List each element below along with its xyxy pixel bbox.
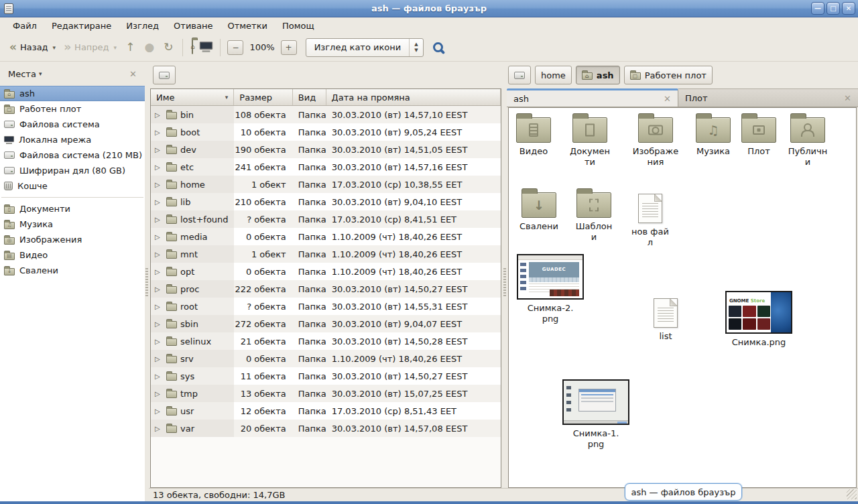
expander-icon[interactable]: ▷	[155, 181, 163, 188]
expander-icon[interactable]: ▷	[155, 407, 163, 415]
file-icon-snimka-1[interactable]: Снимка-1.png	[562, 379, 629, 450]
file-icon-new-file[interactable]: нов файл	[630, 194, 670, 249]
table-row-boot[interactable]: ▷boot10 обектаПапка30.03.2010 (вт) 9,05,…	[151, 123, 501, 141]
view-mode-select[interactable]: Изглед като икони ▲▼	[306, 38, 424, 57]
minimize-button[interactable]: —	[811, 2, 824, 15]
expander-icon[interactable]: ▷	[155, 129, 163, 136]
expander-icon[interactable]: ▷	[155, 233, 163, 241]
file-icon-images[interactable]: Изображения	[635, 117, 676, 168]
table-row-home[interactable]: ▷home1 обектПапка17.03.2010 (ср) 10,38,5…	[151, 176, 501, 193]
table-row-media[interactable]: ▷media0 обектаПапка1.10.2009 (чт) 18,40,…	[151, 228, 501, 245]
sidebar-item-Файлова система[interactable]: Файлова система	[0, 117, 145, 132]
sidebar-item-Изображения[interactable]: ◎Изображения	[0, 232, 145, 247]
file-icon-snimka[interactable]: GNOME StoreСнимка.png	[725, 291, 792, 348]
file-icon-templates[interactable]: Шаблони	[574, 192, 614, 243]
breadcrumb-button-Работен плот[interactable]: ▢Работен плот	[624, 66, 713, 84]
menu-item-Файл[interactable]: Файл	[7, 19, 43, 32]
sidebar-item-Файлова система (210 MB)[interactable]: Файлова система (210 MB)	[0, 147, 145, 163]
table-row-tmp[interactable]: ▷tmp13 обектаПапка30.03.2010 (вт) 15,07,…	[151, 385, 501, 402]
expander-icon[interactable]: ▷	[155, 338, 163, 345]
sidebar-item-ash[interactable]: ⌂ash	[0, 86, 145, 101]
file-icon-videos[interactable]: Видео	[513, 117, 554, 157]
stop-button[interactable]: ●	[139, 39, 159, 56]
table-row-lost+found[interactable]: ▷lost+found? обектаПапка17.03.2010 (ср) …	[151, 210, 501, 228]
zoom-in-button[interactable]: +	[281, 40, 297, 55]
maximize-button[interactable]: □	[826, 2, 840, 15]
menu-item-Помощ[interactable]: Помощ	[276, 19, 320, 32]
back-button[interactable]: « Назад ▾	[5, 39, 60, 56]
sidebar-item-Кошче[interactable]: Кошче	[0, 178, 145, 194]
file-icon-downloads[interactable]: ↓Свалени	[519, 192, 559, 232]
sidebar-item-Свалени[interactable]: ↓Свалени	[0, 263, 145, 278]
table-row-var[interactable]: ▷var20 обектаПапка30.03.2010 (вт) 14,57,…	[151, 420, 501, 437]
column-header-Размер[interactable]: Размер	[234, 89, 293, 105]
menu-item-Отиване[interactable]: Отиване	[168, 19, 219, 32]
expander-icon[interactable]: ▷	[155, 320, 163, 328]
expander-icon[interactable]: ▷	[155, 303, 163, 310]
expander-icon[interactable]: ▷	[155, 251, 163, 258]
expander-icon[interactable]: ▷	[155, 216, 163, 223]
breadcrumb-button-home[interactable]: home	[535, 66, 572, 84]
expander-icon[interactable]: ▷	[155, 425, 163, 432]
sidebar-item-Шифриран дял (80 GB)[interactable]: Шифриран дял (80 GB)	[0, 163, 145, 178]
forward-history-chevron-icon[interactable]: ▾	[114, 44, 117, 51]
tab-ash[interactable]: ash✕	[507, 88, 678, 107]
sidebar-close-icon[interactable]: ✕	[127, 68, 139, 80]
expander-icon[interactable]: ▷	[155, 146, 163, 153]
file-icon-snimka-2[interactable]: GUADECСнимка-2.png	[517, 254, 584, 325]
table-row-opt[interactable]: ▷opt0 обектаПапка1.10.2009 (чт) 18,40,26…	[151, 263, 501, 280]
reload-button[interactable]: ↻	[159, 39, 178, 56]
expander-icon[interactable]: ▷	[155, 373, 163, 380]
table-row-lib[interactable]: ▷lib210 обектаПапка30.03.2010 (вт) 9,04,…	[151, 193, 501, 210]
file-icon-music[interactable]: ♫Музика	[693, 117, 733, 157]
back-history-chevron-icon[interactable]: ▾	[53, 44, 56, 51]
view-mode-spinner-icon[interactable]: ▲▼	[410, 42, 422, 53]
table-row-usr[interactable]: ▷usr12 обектаПапка17.03.2010 (ср) 8,51,4…	[151, 402, 501, 420]
sidebar-item-Музика[interactable]: ♫Музика	[0, 216, 145, 232]
table-row-sbin[interactable]: ▷sbin272 обектаПапка30.03.2010 (вт) 9,04…	[151, 315, 501, 332]
table-row-proc[interactable]: ▷proc222 обектаПапка30.03.2010 (вт) 14,5…	[151, 280, 501, 298]
column-header-Име[interactable]: Име▾	[151, 89, 234, 105]
sidebar-item-Локална мрежа[interactable]: Локална мрежа	[0, 132, 145, 147]
table-row-etc[interactable]: ▷etc241 обектаПапка30.03.2010 (вт) 14,57…	[151, 158, 501, 176]
search-icon[interactable]	[433, 42, 443, 52]
pathbar-button-root[interactable]	[153, 66, 176, 84]
file-icon-list[interactable]: list	[646, 298, 686, 342]
table-row-sys[interactable]: ▷sys11 обектаПапка30.03.2010 (вт) 14,50,…	[151, 367, 501, 385]
file-icon-public[interactable]: Публични	[788, 117, 828, 168]
menu-item-Изглед[interactable]: Изглед	[120, 19, 165, 32]
sidebar-item-Документи[interactable]: ▯Документи	[0, 201, 145, 216]
tab-close-icon[interactable]: ✕	[844, 93, 851, 103]
sidebar-item-Видео[interactable]: ▤Видео	[0, 247, 145, 263]
menu-item-Редактиране[interactable]: Редактиране	[46, 19, 117, 32]
zoom-out-button[interactable]: −	[227, 40, 243, 55]
tab-Плот[interactable]: Плот✕	[678, 88, 858, 107]
column-header-Вид[interactable]: Вид	[293, 89, 326, 105]
breadcrumb-button-root[interactable]	[508, 66, 531, 84]
expander-icon[interactable]: ▷	[155, 164, 163, 171]
sidebar-title[interactable]: Места	[5, 68, 39, 80]
expander-icon[interactable]: ▷	[155, 355, 163, 363]
expander-icon[interactable]: ▷	[155, 111, 163, 119]
breadcrumb-button-ash[interactable]: ⌂ash	[576, 66, 620, 84]
tab-close-icon[interactable]: ✕	[664, 94, 671, 104]
table-row-mnt[interactable]: ▷mnt1 обектПапка1.10.2009 (чт) 18,40,26 …	[151, 245, 501, 263]
table-row-dev[interactable]: ▷dev190 обектаПапка30.03.2010 (вт) 14,51…	[151, 141, 501, 158]
expander-icon[interactable]: ▷	[155, 286, 163, 293]
table-row-selinux[interactable]: ▷selinux21 обектаПапка30.03.2010 (вт) 14…	[151, 332, 501, 350]
up-button[interactable]: ↑	[121, 39, 139, 56]
expander-icon[interactable]: ▷	[155, 268, 163, 275]
column-header-Дата на промяна[interactable]: Дата на промяна	[326, 89, 501, 105]
close-button[interactable]: ✕	[842, 2, 855, 15]
file-icon-desktop[interactable]: Плот	[739, 117, 779, 157]
sidebar-title-caret-icon[interactable]: ▾	[39, 70, 42, 77]
table-row-srv[interactable]: ▷srv0 обектаПапка1.10.2009 (чт) 18,40,26…	[151, 350, 501, 367]
resize-grip[interactable]	[847, 489, 857, 499]
home-button[interactable]: ⌂	[188, 40, 197, 54]
menu-item-Отметки[interactable]: Отметки	[221, 19, 273, 32]
forward-button[interactable]: » Напред ▾	[60, 39, 121, 56]
expander-icon[interactable]: ▷	[155, 390, 163, 397]
file-icon-documents[interactable]: Документи	[570, 117, 610, 168]
table-row-bin[interactable]: ▷bin108 обектаПапка30.03.2010 (вт) 14,57…	[151, 106, 501, 123]
computer-button[interactable]	[197, 40, 215, 54]
